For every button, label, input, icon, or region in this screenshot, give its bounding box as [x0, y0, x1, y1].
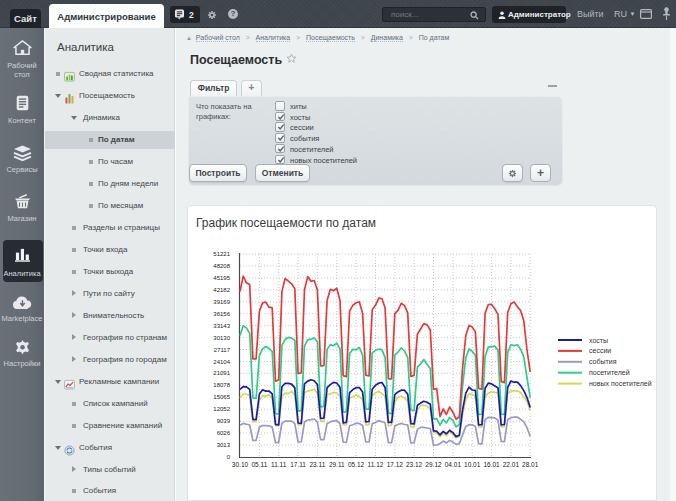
- svg-text:6026: 6026: [217, 430, 231, 436]
- svg-text:24104: 24104: [213, 359, 230, 365]
- svg-text:05.12: 05.12: [348, 461, 365, 468]
- svg-text:16.01: 16.01: [483, 461, 500, 468]
- svg-text:12052: 12052: [213, 406, 230, 412]
- svg-text:11.11: 11.11: [271, 461, 287, 468]
- svg-text:сессии: сессии: [589, 347, 611, 354]
- svg-text:23.12: 23.12: [406, 461, 423, 468]
- svg-text:18078: 18078: [213, 382, 230, 388]
- svg-text:21091: 21091: [213, 370, 230, 376]
- svg-text:новых посетителей: новых посетителей: [589, 380, 652, 387]
- svg-text:10.01: 10.01: [464, 461, 481, 468]
- svg-text:23.11: 23.11: [310, 461, 326, 468]
- svg-text:события: события: [589, 358, 617, 365]
- svg-text:11.12: 11.12: [368, 461, 384, 468]
- svg-text:17.11: 17.11: [290, 461, 306, 468]
- svg-text:0: 0: [227, 454, 231, 460]
- svg-text:посетителей: посетителей: [589, 369, 630, 376]
- svg-text:22.01: 22.01: [503, 461, 520, 468]
- svg-text:30130: 30130: [213, 335, 230, 341]
- svg-text:05.11: 05.11: [252, 461, 268, 468]
- svg-text:48208: 48208: [213, 263, 230, 269]
- svg-text:28.01: 28.01: [522, 461, 539, 468]
- svg-text:33143: 33143: [213, 323, 230, 329]
- svg-text:39169: 39169: [213, 299, 230, 305]
- svg-text:30.10: 30.10: [232, 461, 249, 468]
- svg-text:3013: 3013: [217, 442, 231, 448]
- svg-text:04.01: 04.01: [445, 461, 462, 468]
- svg-text:9039: 9039: [217, 418, 231, 424]
- svg-text:27117: 27117: [214, 347, 231, 353]
- svg-text:45195: 45195: [213, 275, 230, 281]
- svg-text:15065: 15065: [213, 394, 230, 400]
- svg-text:36156: 36156: [213, 311, 230, 317]
- svg-text:29.12: 29.12: [425, 461, 442, 468]
- svg-text:хосты: хосты: [589, 337, 608, 344]
- svg-text:29.11: 29.11: [329, 461, 345, 468]
- svg-text:42182: 42182: [213, 287, 230, 293]
- svg-text:51221: 51221: [213, 251, 230, 257]
- svg-text:17.12: 17.12: [387, 461, 404, 468]
